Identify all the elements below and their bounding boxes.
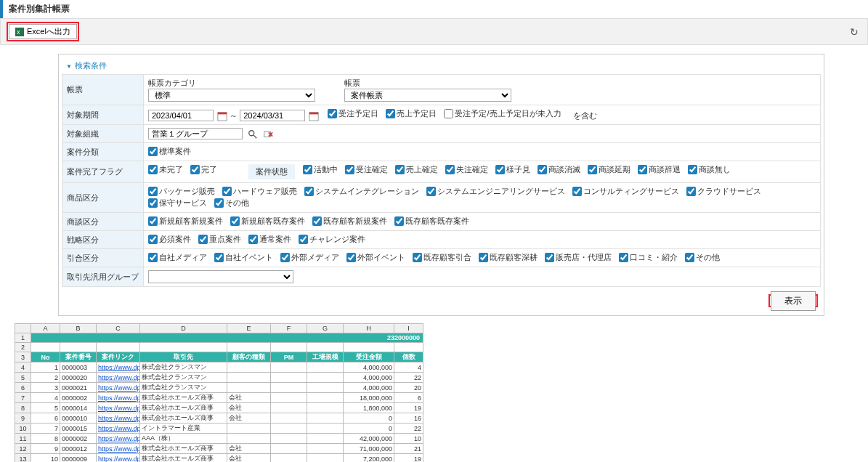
grid-cell[interactable]: 0000002 bbox=[60, 393, 97, 403]
case-link[interactable]: https://www.dp bbox=[98, 455, 140, 462]
strategy-checkbox[interactable]: 必須案件 bbox=[148, 234, 191, 245]
case-link[interactable]: https://www.dp bbox=[98, 425, 140, 432]
grid-cell[interactable]: https://www.dp bbox=[97, 373, 140, 383]
grid-cell[interactable]: 会社 bbox=[227, 454, 271, 462]
negotiation-checkbox-input[interactable] bbox=[394, 216, 404, 226]
product-checkbox-input[interactable] bbox=[304, 187, 314, 196]
grid-cell[interactable]: 0000002 bbox=[60, 434, 97, 444]
product-checkbox[interactable]: その他 bbox=[214, 198, 249, 208]
grid-cell[interactable] bbox=[31, 343, 60, 352]
grid-header-cell[interactable]: 案件リンク bbox=[97, 352, 140, 362]
clear-icon[interactable] bbox=[263, 129, 273, 139]
grid-cell[interactable]: 42,000,000 bbox=[344, 434, 394, 444]
grid-cell[interactable]: https://www.dp bbox=[97, 444, 140, 454]
row-header[interactable]: 11 bbox=[15, 434, 31, 444]
refresh-icon[interactable]: ↻ bbox=[847, 26, 861, 38]
grid-cell[interactable]: 22 bbox=[394, 373, 423, 383]
grid-cell[interactable] bbox=[394, 343, 423, 352]
complete-checkbox[interactable]: 完了 bbox=[190, 164, 217, 175]
grid-cell[interactable] bbox=[271, 434, 307, 444]
grid-cell[interactable]: 5 bbox=[31, 403, 60, 413]
row-header[interactable]: 4 bbox=[15, 362, 31, 373]
col-header[interactable]: C bbox=[97, 324, 140, 333]
grid-cell[interactable]: 21 bbox=[394, 444, 423, 454]
grid-cell[interactable]: 19 bbox=[394, 454, 423, 462]
complete-checkbox-input[interactable] bbox=[148, 165, 158, 174]
status-checkbox-input[interactable] bbox=[495, 165, 505, 174]
grid-cell[interactable]: 4 bbox=[31, 393, 60, 403]
grid-cell[interactable]: 0000009 bbox=[60, 454, 97, 462]
grid-cell[interactable] bbox=[307, 454, 344, 462]
grid-cell[interactable] bbox=[271, 403, 307, 413]
grid-cell[interactable] bbox=[307, 403, 344, 413]
period-from-input[interactable] bbox=[148, 110, 214, 121]
grid-cell[interactable]: 4,000,000 bbox=[344, 383, 394, 393]
case-link[interactable]: https://www.dp bbox=[98, 415, 140, 422]
status-checkbox[interactable]: 様子見 bbox=[495, 164, 530, 175]
product-checkbox-input[interactable] bbox=[214, 198, 224, 208]
period-checkbox-input[interactable] bbox=[328, 109, 337, 118]
grid-header-cell[interactable]: 工場規模 bbox=[307, 352, 344, 362]
grid-cell[interactable]: https://www.dp bbox=[97, 362, 140, 373]
grid-header-cell[interactable]: 案件番号 bbox=[60, 352, 97, 362]
grid-cell[interactable]: 1 bbox=[31, 362, 60, 373]
grid-header-cell[interactable]: 個数 bbox=[394, 352, 423, 362]
inquiry-checkbox-input[interactable] bbox=[545, 253, 554, 262]
grid-cell[interactable] bbox=[271, 423, 307, 434]
grid-cell[interactable] bbox=[227, 423, 271, 434]
type-checkbox-input[interactable] bbox=[148, 147, 158, 156]
grid-cell[interactable]: https://www.dp bbox=[97, 413, 140, 423]
grid-cell[interactable]: https://www.dp bbox=[97, 383, 140, 393]
grid-cell[interactable]: イントラマート産業 bbox=[140, 423, 227, 434]
case-link[interactable]: https://www.dp bbox=[98, 405, 140, 412]
complete-checkbox-input[interactable] bbox=[190, 165, 200, 174]
grid-cell[interactable]: 0000010 bbox=[60, 413, 97, 423]
grid-cell[interactable]: 0 bbox=[344, 413, 394, 423]
grid-cell[interactable] bbox=[227, 373, 271, 383]
col-header[interactable]: G bbox=[307, 324, 344, 333]
grid-cell[interactable]: 株式会社ホエールズ商事 bbox=[140, 444, 227, 454]
grid-cell[interactable]: 0000012 bbox=[60, 444, 97, 454]
grid-cell[interactable]: 4 bbox=[394, 362, 423, 373]
row-header[interactable]: 5 bbox=[15, 373, 31, 383]
grid-header-cell[interactable]: 取引先 bbox=[140, 352, 227, 362]
report-category-select[interactable]: 標準 bbox=[148, 89, 315, 102]
status-checkbox[interactable]: 商談無し bbox=[688, 164, 731, 175]
grid-cell[interactable]: 株式会社ホエールズ商事 bbox=[140, 454, 227, 462]
period-checkbox-input[interactable] bbox=[444, 109, 453, 118]
grid-cell[interactable]: 8 bbox=[31, 434, 60, 444]
col-header[interactable]: I bbox=[394, 324, 423, 333]
product-checkbox-input[interactable] bbox=[572, 187, 582, 196]
product-checkbox[interactable]: コンサルティングサービス bbox=[572, 186, 679, 197]
grid-cell[interactable]: 0000015 bbox=[60, 423, 97, 434]
grid-cell[interactable]: 0000020 bbox=[60, 373, 97, 383]
inquiry-checkbox-input[interactable] bbox=[280, 253, 290, 262]
type-checkbox[interactable]: 標準案件 bbox=[148, 146, 191, 157]
grid-cell[interactable]: https://www.dp bbox=[97, 454, 140, 462]
inquiry-checkbox[interactable]: 既存顧客深耕 bbox=[479, 252, 538, 263]
status-checkbox-input[interactable] bbox=[395, 165, 405, 174]
status-checkbox[interactable]: 商談延期 bbox=[588, 164, 630, 175]
status-checkbox[interactable]: 売上確定 bbox=[395, 164, 438, 175]
grid-cell[interactable] bbox=[307, 413, 344, 423]
row-header[interactable]: 10 bbox=[15, 423, 31, 434]
row-header[interactable]: 12 bbox=[15, 444, 31, 454]
grid-cell[interactable] bbox=[271, 413, 307, 423]
grid-cell[interactable] bbox=[140, 343, 227, 352]
grid-cell[interactable]: 18,000,000 bbox=[344, 393, 394, 403]
grid-cell[interactable]: AAA（株） bbox=[140, 434, 227, 444]
grid-cell[interactable] bbox=[227, 434, 271, 444]
product-checkbox[interactable]: 保守サービス bbox=[148, 198, 207, 208]
product-checkbox-input[interactable] bbox=[222, 187, 232, 196]
col-header[interactable]: A bbox=[31, 324, 60, 333]
row-header[interactable]: 7 bbox=[15, 393, 31, 403]
grid-cell[interactable]: 22 bbox=[394, 423, 423, 434]
negotiation-checkbox[interactable]: 既存顧客既存案件 bbox=[394, 216, 469, 227]
grid-cell[interactable]: 7 bbox=[31, 423, 60, 434]
case-link[interactable]: https://www.dp bbox=[98, 435, 140, 442]
grid-cell[interactable] bbox=[307, 383, 344, 393]
grid-cell[interactable] bbox=[60, 343, 97, 352]
grid-cell[interactable] bbox=[271, 362, 307, 373]
status-checkbox[interactable]: 商談消滅 bbox=[538, 164, 580, 175]
status-checkbox-input[interactable] bbox=[688, 165, 697, 174]
